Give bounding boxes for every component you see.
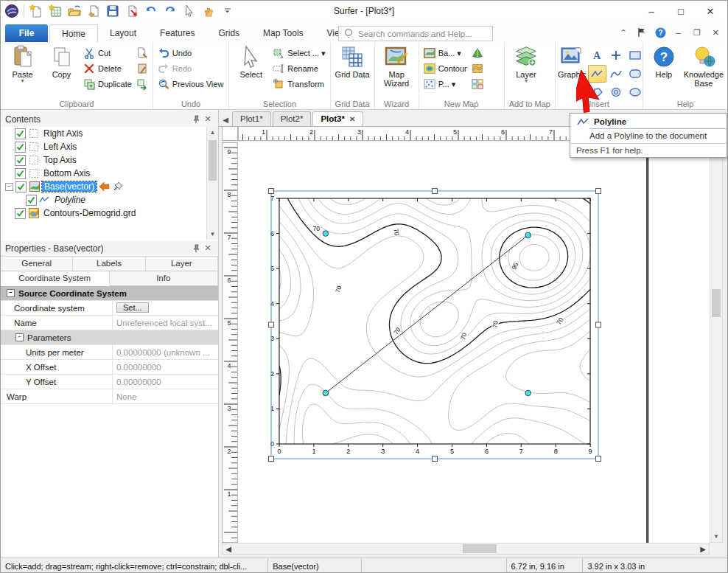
checkbox-checked-icon[interactable] bbox=[15, 155, 26, 166]
scroll-up-icon[interactable]: ▲ bbox=[207, 127, 218, 138]
insert-freeform-button[interactable] bbox=[607, 83, 626, 101]
help-circle-icon[interactable]: ? bbox=[654, 27, 666, 38]
post-point[interactable] bbox=[525, 232, 531, 238]
doc-restore-icon[interactable]: ❐ bbox=[691, 27, 703, 38]
contour-map-button[interactable]: Contour bbox=[421, 61, 469, 76]
maximize-button[interactable]: □ bbox=[668, 2, 693, 20]
redo-button[interactable]: Redo bbox=[155, 61, 226, 76]
checkbox-checked-icon[interactable] bbox=[26, 195, 37, 206]
doc-minimize-icon[interactable]: – bbox=[673, 27, 685, 38]
layer-button[interactable]: Layer▾ bbox=[507, 44, 546, 83]
scroll-down-icon[interactable]: ▼ bbox=[207, 229, 218, 240]
checkbox-checked-icon[interactable] bbox=[15, 208, 26, 219]
selection-handle[interactable] bbox=[433, 456, 438, 462]
help-button[interactable]: ?Help bbox=[645, 44, 682, 79]
post-map-button[interactable]: P... ▾ bbox=[421, 77, 469, 91]
tree-item-right-axis[interactable]: Right Axis bbox=[1, 127, 207, 140]
select-button[interactable]: Select bbox=[231, 44, 270, 79]
insert-spline-button[interactable] bbox=[607, 65, 626, 83]
file-tab[interactable]: File bbox=[5, 24, 48, 42]
scroll-thumb[interactable] bbox=[712, 289, 721, 317]
paste-properties-button[interactable] bbox=[134, 77, 150, 91]
collapse-ribbon-icon[interactable]: ⌃ bbox=[617, 27, 629, 38]
checkbox-checked-icon[interactable] bbox=[15, 168, 26, 179]
contents-scrollbar[interactable]: ▲ ▼ bbox=[206, 127, 218, 240]
selection-handle[interactable] bbox=[433, 189, 438, 194]
properties-tab-general[interactable]: General bbox=[1, 257, 73, 271]
tree-item-polyline[interactable]: Polyline bbox=[1, 193, 207, 206]
insert-rounded-rectangle-button[interactable] bbox=[626, 65, 645, 83]
map-wizard-button[interactable]: Map Wizard bbox=[377, 44, 416, 88]
selection-handle[interactable] bbox=[596, 189, 601, 194]
close-icon[interactable]: ✕ bbox=[202, 114, 214, 125]
copy-properties-button[interactable] bbox=[134, 61, 150, 76]
copy-button[interactable]: Copy bbox=[42, 44, 81, 79]
close-tab-icon[interactable]: ✕ bbox=[349, 112, 355, 126]
tree-item-contours-demogrid-grd[interactable]: Contours-Demogrid.grd bbox=[1, 206, 207, 220]
pin-icon[interactable] bbox=[190, 114, 202, 125]
selection-handle[interactable] bbox=[596, 322, 601, 327]
insert-ellipse-button[interactable] bbox=[626, 83, 645, 101]
selection-handle[interactable] bbox=[596, 456, 601, 462]
grid-values-button[interactable] bbox=[469, 77, 486, 91]
tree-expander-icon[interactable]: − bbox=[5, 183, 13, 191]
tree-item-top-axis[interactable]: Top Axis bbox=[1, 153, 207, 167]
search-box[interactable]: Search commands and Help... bbox=[338, 26, 493, 41]
properties-tab-coordinate-system[interactable]: Coordinate System bbox=[1, 271, 110, 286]
edit-properties-button[interactable] bbox=[134, 46, 150, 60]
tab-nav-left-icon[interactable]: ◀ bbox=[219, 113, 232, 126]
tab-map-tools[interactable]: Map Tools bbox=[251, 24, 315, 42]
post-point[interactable] bbox=[323, 390, 329, 396]
checkbox-checked-icon[interactable] bbox=[15, 128, 26, 139]
paste-button[interactable]: Paste▾ bbox=[3, 44, 42, 83]
tab-features[interactable]: Features bbox=[148, 24, 206, 42]
drawing-canvas[interactable]: 0123456789012345677070707070707095 bbox=[238, 142, 710, 543]
doc-close-icon[interactable]: ✕ bbox=[710, 27, 721, 38]
properties-tab-info[interactable]: Info bbox=[110, 271, 219, 285]
pin-icon[interactable] bbox=[190, 243, 202, 254]
checkbox-checked-icon[interactable] bbox=[15, 181, 27, 192]
post-point[interactable] bbox=[525, 390, 531, 396]
minimize-button[interactable]: – bbox=[639, 2, 664, 20]
duplicate-button[interactable]: Duplicate bbox=[81, 77, 134, 91]
grid-data-button[interactable]: Grid Data bbox=[333, 44, 372, 79]
surface-button[interactable] bbox=[469, 61, 486, 76]
plot-tab-plot3[interactable]: Plot3*✕ bbox=[312, 111, 363, 126]
collapse-icon[interactable]: − bbox=[15, 333, 24, 341]
close-icon[interactable]: ✕ bbox=[202, 243, 214, 254]
insert-symbol-button[interactable] bbox=[607, 46, 626, 64]
properties-tab-labels[interactable]: Labels bbox=[73, 257, 145, 271]
tree-item-bottom-axis[interactable]: Bottom Axis bbox=[1, 167, 207, 180]
base-map-button[interactable]: Ba... ▾ bbox=[421, 46, 469, 60]
plot-tab-plot1[interactable]: Plot1* bbox=[232, 111, 271, 126]
tree-item-left-axis[interactable]: Left Axis bbox=[1, 140, 207, 153]
tree-item-base-vector-[interactable]: −Base(vector) bbox=[1, 180, 207, 193]
cut-button[interactable]: Cut bbox=[81, 46, 134, 60]
knowledge-base-button[interactable]: Knowledge Base bbox=[682, 44, 725, 88]
tab-grids[interactable]: Grids bbox=[206, 24, 251, 42]
collapse-icon[interactable]: − bbox=[7, 289, 15, 297]
wireframe-button[interactable] bbox=[469, 46, 486, 60]
scroll-left-icon[interactable]: ◀ bbox=[223, 544, 234, 554]
transform-button[interactable]: Transform bbox=[270, 77, 327, 91]
close-button[interactable]: ✕ bbox=[698, 2, 723, 20]
insert-text-button[interactable]: A bbox=[588, 46, 606, 64]
properties-tab-layer[interactable]: Layer bbox=[146, 257, 218, 271]
undo-button[interactable]: Undo bbox=[155, 46, 226, 60]
selection-handle[interactable] bbox=[269, 456, 274, 462]
delete-button[interactable]: Delete bbox=[81, 61, 134, 76]
selection-handle[interactable] bbox=[269, 189, 274, 194]
scroll-right-icon[interactable]: ▶ bbox=[697, 544, 709, 554]
post-point[interactable] bbox=[323, 231, 329, 237]
property-value[interactable]: Set... bbox=[113, 302, 218, 313]
rename-button[interactable]: Rename bbox=[270, 61, 327, 76]
flag-icon[interactable] bbox=[636, 27, 648, 38]
checkbox-checked-icon[interactable] bbox=[15, 142, 26, 153]
select-more-button[interactable]: Select ... ▾ bbox=[270, 46, 327, 60]
tab-layout[interactable]: Layout bbox=[98, 24, 148, 42]
set-coordinate-system-button[interactable]: Set... bbox=[116, 302, 149, 313]
plot-tab-plot2[interactable]: Plot2* bbox=[273, 111, 312, 126]
insert-rectangle-button[interactable] bbox=[626, 46, 645, 64]
scroll-down-icon[interactable]: ▼ bbox=[710, 531, 722, 542]
scroll-thumb[interactable] bbox=[209, 140, 217, 181]
